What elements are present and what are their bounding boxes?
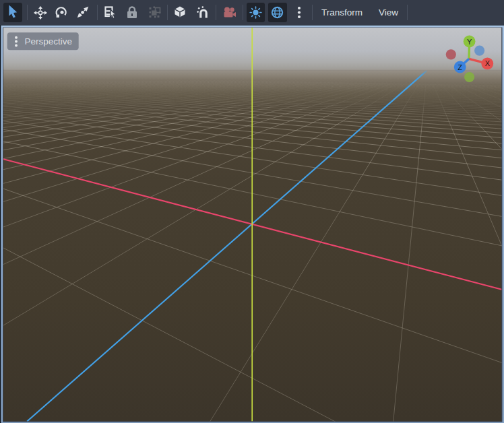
svg-text:X: X [485,59,491,67]
svg-text:Z: Z [458,63,462,71]
svg-text:Perspective: Perspective [25,36,73,46]
svg-text:Y: Y [467,38,472,46]
